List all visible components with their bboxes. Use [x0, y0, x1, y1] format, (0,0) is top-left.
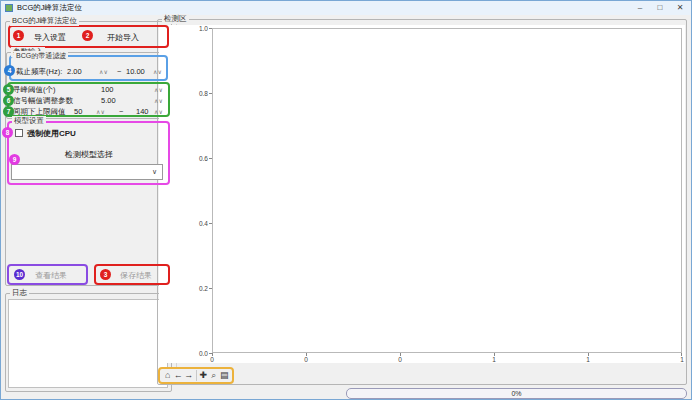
- x-tick-label: 0: [390, 356, 410, 363]
- interval-low-spinner[interactable]: ∧∨: [96, 108, 105, 115]
- amplitude-param-input[interactable]: 5.00: [101, 96, 116, 105]
- back-icon[interactable]: ←: [174, 369, 184, 382]
- progress-bar: 0%: [346, 388, 687, 399]
- x-tick-mark: [494, 353, 495, 356]
- detection-area-group-title: 检测区: [162, 14, 189, 24]
- plot-toolbar: ⌂ ← → ✚ ⌕ ▤: [158, 367, 234, 384]
- zoom-icon[interactable]: ⌕: [209, 369, 219, 382]
- annotation-circle-8: 8: [2, 127, 13, 138]
- peak-threshold-spinner[interactable]: ∧∨: [154, 86, 163, 93]
- close-button[interactable]: ✕: [669, 1, 691, 14]
- minimize-button[interactable]: –: [629, 1, 651, 14]
- y-tick-mark: [209, 93, 212, 94]
- cutoff-freq-label: 截止频率(Hz):: [16, 67, 62, 77]
- y-tick-mark: [209, 158, 212, 159]
- log-textarea: [8, 299, 168, 388]
- bandpass-group-title: BCG的带通滤波: [14, 51, 68, 61]
- annotation-circle-1: 1: [13, 30, 24, 41]
- peak-threshold-input[interactable]: 100: [101, 85, 114, 94]
- app-icon: [5, 4, 13, 12]
- y-tick-mark: [209, 288, 212, 289]
- save-icon[interactable]: ▤: [219, 369, 229, 382]
- x-tick-label: 1: [578, 356, 598, 363]
- toolbar-separator: [196, 370, 197, 381]
- cutoff-separator: ~: [117, 67, 121, 76]
- y-tick-label: 0.2: [190, 285, 208, 292]
- interval-high-spinner[interactable]: ∧∨: [154, 108, 163, 115]
- annotation-circle-7: 7: [3, 106, 14, 117]
- annotation-circle-3: 3: [100, 269, 111, 280]
- annotation-circle-6: 6: [3, 95, 14, 106]
- interval-high-input[interactable]: 140: [136, 107, 149, 116]
- y-tick-label: 0.6: [190, 155, 208, 162]
- peak-threshold-label: 寻峰阈值(个): [13, 85, 56, 95]
- x-tick-mark: [588, 353, 589, 356]
- view-results-button[interactable]: 查看结果: [35, 270, 67, 281]
- annotation-circle-4: 4: [4, 65, 15, 76]
- log-group-title: 日志: [10, 288, 29, 298]
- title-bar: BCG的J峰算法定位: [1, 1, 691, 15]
- start-import-button[interactable]: 开始导入: [107, 32, 139, 43]
- annotation-circle-9: 9: [9, 154, 20, 165]
- x-tick-label: 1: [672, 356, 692, 363]
- annotation-circle-5: 5: [3, 84, 14, 95]
- x-tick-mark: [212, 353, 213, 356]
- x-tick-mark: [400, 353, 401, 356]
- plot-axes: [212, 28, 682, 353]
- interval-separator: ~: [119, 107, 123, 116]
- x-tick-label: 0: [202, 356, 222, 363]
- import-settings-button[interactable]: 导入设置: [34, 32, 66, 43]
- maximize-button[interactable]: □: [649, 1, 671, 14]
- cutoff-low-input[interactable]: 2.00: [67, 67, 82, 76]
- x-tick-mark: [681, 353, 682, 356]
- cutoff-high-input[interactable]: 10.00: [126, 67, 145, 76]
- model-select-combobox[interactable]: ∨: [11, 164, 163, 180]
- cutoff-low-spinner[interactable]: ∧∨: [99, 68, 108, 75]
- annotation-circle-2: 2: [82, 30, 93, 41]
- model-select-label: 检测模型选择: [65, 149, 113, 160]
- y-tick-label: 1.0: [190, 25, 208, 32]
- y-tick-label: 0.4: [190, 220, 208, 227]
- y-tick-mark: [209, 223, 212, 224]
- save-results-button[interactable]: 保存结果: [120, 270, 152, 281]
- x-tick-label: 1: [484, 356, 504, 363]
- interval-low-input[interactable]: 50: [74, 107, 82, 116]
- x-tick-label: 0: [296, 356, 316, 363]
- left-main-group-title: BCG的J峰算法定位: [10, 16, 79, 26]
- model-settings-group-title: 模型设置: [12, 116, 46, 126]
- force-cpu-checkbox[interactable]: [15, 129, 23, 137]
- x-tick-mark: [306, 353, 307, 356]
- app-window: BCG的J峰算法定位 – □ ✕ BCG的J峰算法定位 1 导入设置 2 开始导…: [0, 0, 692, 400]
- pan-icon[interactable]: ✚: [198, 369, 208, 382]
- chevron-down-icon: ∨: [152, 168, 157, 176]
- window-title: BCG的J峰算法定位: [17, 3, 82, 13]
- force-cpu-label: 强制使用CPU: [27, 128, 76, 139]
- home-icon[interactable]: ⌂: [163, 369, 173, 382]
- cutoff-high-spinner[interactable]: ∧∨: [153, 68, 162, 75]
- y-tick-mark: [209, 28, 212, 29]
- forward-icon[interactable]: →: [184, 369, 194, 382]
- annotation-circle-10: 10: [14, 269, 25, 280]
- amplitude-param-spinner[interactable]: ∧∨: [154, 97, 163, 104]
- amplitude-param-label: 信号幅值调整参数: [13, 96, 73, 106]
- y-tick-label: 0.8: [190, 90, 208, 97]
